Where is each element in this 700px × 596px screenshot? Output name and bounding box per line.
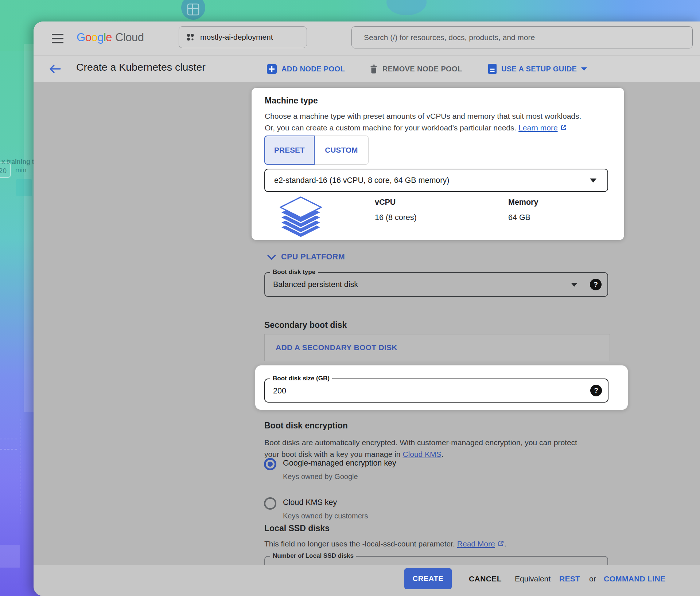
secondary-boot-disk-title: Secondary boot disk (264, 320, 347, 330)
trash-icon (370, 64, 378, 74)
help-icon[interactable]: ? (590, 279, 602, 290)
background-peek-square (16, 179, 32, 196)
machine-type-tabs: PRESET CUSTOM (264, 136, 369, 165)
search-input[interactable] (352, 27, 692, 48)
boot-disk-size-label: Boot disk size (GB) (270, 375, 332, 382)
cloud-kms-link[interactable]: Cloud KMS (402, 450, 441, 458)
memory-label: Memory (508, 198, 538, 207)
page-title: Create a Kubernetes cluster (76, 61, 206, 73)
add-node-pool-button[interactable]: ADD NODE POOL (267, 56, 345, 82)
dropdown-caret-icon (590, 179, 596, 183)
project-selector[interactable]: mostly-ai-deployment (179, 26, 307, 48)
project-icon (186, 33, 195, 42)
boot-disk-encryption-title: Boot disk encryption (264, 421, 348, 431)
search-bar (351, 26, 693, 48)
external-link-icon (497, 539, 504, 550)
remove-node-pool-button[interactable]: REMOVE NODE POOL (370, 56, 462, 82)
radio-cloud-kms-key[interactable]: Cloud KMS key Keys owned by customers (264, 497, 276, 510)
or-label: or (589, 575, 596, 583)
machine-type-card: Machine type Choose a machine type with … (252, 88, 624, 240)
boot-disk-encryption-description: Boot disks are automatically encrypted. … (264, 437, 577, 460)
background-dashed-line (20, 419, 20, 514)
local-ssd-count-field[interactable]: Number of Local SSD disks (264, 556, 608, 565)
tab-custom[interactable]: CUSTOM (315, 136, 369, 165)
document-icon (488, 64, 497, 74)
radio-icon (264, 497, 276, 510)
machine-type-description: Choose a machine type with preset amount… (265, 110, 607, 134)
back-arrow-icon[interactable] (49, 64, 61, 74)
local-ssd-count-label: Number of Local SSD disks (270, 552, 356, 560)
radio-icon (264, 458, 276, 470)
background-peek-unit: min (15, 166, 27, 174)
external-link-icon (560, 123, 567, 134)
dropdown-caret-icon (571, 283, 578, 287)
boot-disk-type-select[interactable]: Boot disk type Balanced persistent disk … (264, 272, 608, 297)
background-dashed-line (0, 449, 17, 450)
vcpu-label: vCPU (375, 198, 396, 207)
cloud-wordmark: Cloud (115, 31, 144, 44)
equivalent-label: Equivalent (515, 575, 551, 583)
google-wordmark: Google (77, 31, 112, 44)
local-ssd-title: Local SSD disks (264, 524, 330, 533)
setup-guide-button[interactable]: USE A SETUP GUIDE (488, 56, 587, 82)
background-dashed-line (0, 439, 17, 439)
action-bar: CREATE CANCEL Equivalent REST or COMMAND… (34, 565, 700, 596)
machine-type-title: Machine type (265, 96, 318, 106)
top-app-bar: GoogleCloud mostly-ai-deployment (34, 21, 700, 56)
menu-icon[interactable] (52, 34, 63, 43)
add-icon (267, 64, 277, 74)
chevron-down-icon (267, 254, 276, 260)
background-window-edge (24, 44, 34, 412)
boot-disk-type-value: Balanced persistent disk (273, 273, 358, 296)
cancel-button[interactable]: CANCEL (469, 575, 502, 583)
create-button[interactable]: CREATE (404, 568, 452, 589)
grid-icon (187, 3, 200, 16)
learn-more-link[interactable]: Learn more (518, 123, 557, 132)
help-icon[interactable]: ? (590, 385, 602, 396)
rest-link[interactable]: REST (559, 575, 580, 583)
memory-value: 64 GB (508, 213, 530, 222)
read-more-link[interactable]: Read More (457, 540, 495, 548)
local-ssd-description: This field no longer uses the -local-ssd… (264, 538, 506, 550)
command-line-link[interactable]: COMMAND LINE (604, 575, 665, 583)
background-peek-value-box: 20 (0, 162, 11, 178)
radio-google-managed-key[interactable]: Google-managed encryption key Keys owned… (264, 458, 276, 470)
gcp-console-window: GoogleCloud mostly-ai-deployment Create … (34, 21, 700, 596)
chevron-down-icon (581, 67, 587, 71)
boot-disk-size-card: Boot disk size (GB) ? (255, 365, 628, 410)
add-secondary-boot-disk-button[interactable]: ADD A SECONDARY BOOT DISK (264, 334, 610, 361)
vcpu-value: 16 (8 cores) (375, 213, 417, 222)
google-cloud-logo: GoogleCloud (77, 31, 144, 44)
boot-disk-size-field: Boot disk size (GB) ? (264, 379, 608, 403)
boot-disk-size-input[interactable] (265, 379, 555, 403)
tab-preset[interactable]: PRESET (264, 136, 315, 165)
cpu-platform-toggle[interactable]: CPU PLATFORM (267, 252, 345, 262)
layers-icon (276, 196, 325, 239)
background-corner-patch (0, 545, 20, 568)
machine-type-select[interactable]: e2-standard-16 (16 vCPU, 8 core, 64 GB m… (264, 169, 608, 192)
project-name: mostly-ai-deployment (200, 33, 273, 42)
